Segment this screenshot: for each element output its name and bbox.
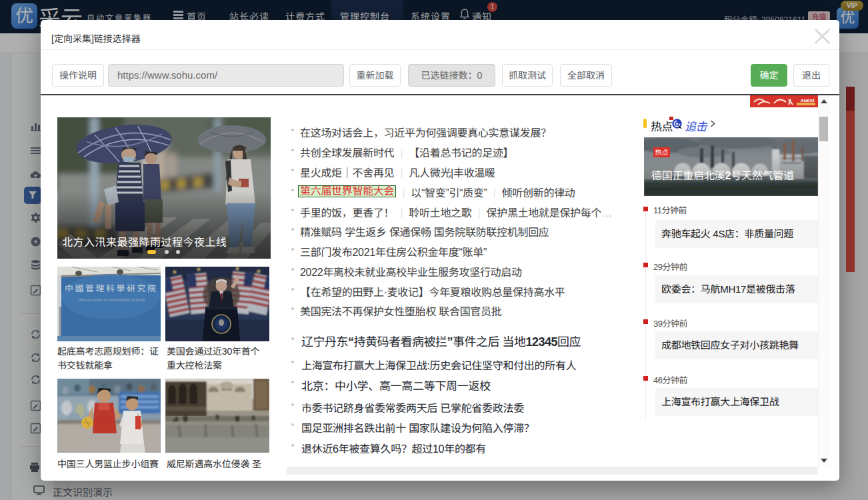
svg-text:中國管理科學研究院: 中國管理科學研究院 <box>65 281 158 294</box>
svg-text:xuexi: xuexi <box>801 97 814 103</box>
svg-text:CHINA ACADEMY OF MANAGEMENT SC: CHINA ACADEMY OF MANAGEMENT SCIENCE <box>77 299 145 302</box>
